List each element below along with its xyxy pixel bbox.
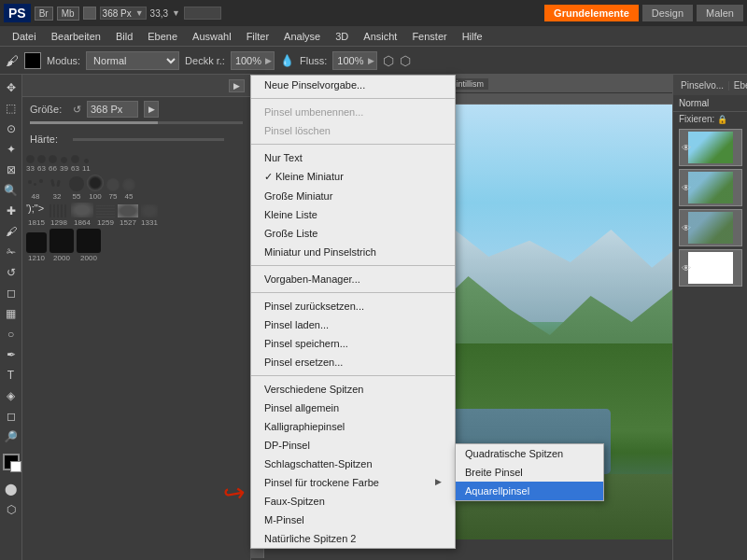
menu-fenster[interactable]: Fenster <box>405 29 453 44</box>
rename-brush-btn[interactable]: Pinsel umbenennen... <box>251 103 455 121</box>
brush-item[interactable]: 66 <box>49 155 57 173</box>
color-swatch[interactable] <box>24 52 41 69</box>
delete-brush-btn[interactable]: Pinsel löschen <box>251 121 455 140</box>
foreground-color[interactable] <box>3 454 20 470</box>
brush-item[interactable]: 2000 <box>49 229 74 262</box>
move-tool[interactable]: ✥ <box>2 78 21 97</box>
brush-item[interactable]: 1259 <box>96 204 115 227</box>
history-brush[interactable]: ↺ <box>2 263 21 282</box>
tablet-icon[interactable]: ⬡ <box>383 53 394 68</box>
tablet-icon2[interactable]: ⬡ <box>400 53 411 68</box>
ersetzen-btn[interactable]: Pinsel ersetzen... <box>251 353 455 371</box>
clone-tool[interactable]: ✁ <box>2 243 21 261</box>
malen-btn[interactable]: Malen <box>697 5 743 21</box>
modus-select[interactable]: Normal <box>86 51 179 70</box>
brush-tool[interactable]: 🖌 <box>2 222 21 241</box>
brush-item[interactable]: 1210 <box>26 232 47 262</box>
natuerliche2-btn[interactable]: Natürliche Spitzen 2 <box>251 529 455 548</box>
menu-bild[interactable]: Bild <box>109 29 139 44</box>
nur-text-btn[interactable]: Nur Text <box>251 148 455 167</box>
miniatur-btn[interactable]: Miniatur und Pinselstrich <box>251 243 455 261</box>
menu-hilfe[interactable]: Hilfe <box>456 29 489 44</box>
size-arrow-btn[interactable]: ▶ <box>144 101 159 118</box>
grosse-liste-btn[interactable]: Große Liste <box>251 224 455 243</box>
path-tool[interactable]: ◈ <box>2 386 21 405</box>
zoom-tool[interactable]: 🔎 <box>2 427 21 446</box>
brush-panel-menu-btn[interactable]: ▶ <box>229 79 245 92</box>
laden-btn[interactable]: Pinsel laden... <box>251 315 455 334</box>
new-preset-btn[interactable]: Neue Pinselvorgabe... <box>251 76 455 94</box>
heal-tool[interactable]: ✚ <box>2 202 21 220</box>
kleine-liste-btn[interactable]: Kleine Liste <box>251 205 455 224</box>
eye-icon[interactable]: 👁 <box>682 263 691 273</box>
brush-item[interactable]: 63 <box>37 155 46 173</box>
kleine-miniatur-btn[interactable]: Kleine Miniatur <box>251 167 455 187</box>
lasso-tool[interactable]: ⊙ <box>2 119 21 138</box>
kalligraphie-btn[interactable]: Kalligraphiepinsel <box>251 417 455 436</box>
faux-btn[interactable]: Faux-Spitzen <box>251 492 455 511</box>
grundelemente-btn[interactable]: Grundelemente <box>544 5 639 21</box>
menu-datei[interactable]: Datei <box>6 29 43 44</box>
brush-item[interactable]: 63 <box>71 155 79 173</box>
schlagschatten-btn[interactable]: Schlagschatten-Spitzen <box>251 455 455 473</box>
size-input[interactable] <box>87 101 138 118</box>
speichern-btn[interactable]: Pinsel speichern... <box>251 334 455 353</box>
brush-item[interactable]: 55 <box>69 176 84 201</box>
brush-item[interactable]: 1331 <box>141 204 158 227</box>
zuruecksetzen-btn[interactable]: Pinsel zurücksetzen... <box>251 297 455 315</box>
menu-bearbeiten[interactable]: Bearbeiten <box>45 29 107 44</box>
brush-item[interactable]: 75 <box>106 178 120 201</box>
brush-item[interactable]: 33 <box>26 155 35 173</box>
grosse-miniatur-btn[interactable]: Große Miniatur <box>251 187 455 205</box>
vorgaben-btn[interactable]: Vorgaben-Manager... <box>251 270 455 288</box>
brush-item[interactable]: 1298 <box>49 204 68 227</box>
brush-item[interactable]: 48 <box>26 178 45 201</box>
trockene-btn[interactable]: Pinsel für trockene Farbe <box>251 473 455 492</box>
quadratische-btn[interactable]: Quadratische Spitzen <box>456 444 603 463</box>
background-color[interactable] <box>10 461 21 472</box>
view-icon[interactable] <box>184 7 221 20</box>
brush-item[interactable]: 1527 <box>118 204 138 227</box>
design-btn[interactable]: Design <box>642 5 693 21</box>
layer-thumb-4[interactable]: 👁 <box>679 249 742 287</box>
size-dropdown[interactable]: 368 Px ▼ <box>100 7 147 20</box>
dp-pinsel-btn[interactable]: DP-Pinsel <box>251 436 455 455</box>
eraser-tool[interactable]: ◻ <box>2 284 21 302</box>
airbrush-icon[interactable]: 💧 <box>280 54 294 67</box>
layer-thumb-1[interactable]: 👁 <box>679 129 742 166</box>
brush-item[interactable]: 2000 <box>77 229 101 262</box>
brush-item[interactable]: 45 <box>122 178 135 201</box>
m-pinsel-btn[interactable]: M-Pinsel <box>251 511 455 529</box>
breite-pinsel-btn[interactable]: Breite Pinsel <box>456 463 603 482</box>
marquee-tool[interactable]: ⬚ <box>2 99 21 118</box>
size-slider[interactable] <box>30 121 243 124</box>
aquarellpinsel-btn[interactable]: Aquarellpinsel <box>456 482 603 500</box>
bridge-btn[interactable]: Br <box>35 7 53 21</box>
lock-icon[interactable]: 🔒 <box>717 115 727 124</box>
brush-item[interactable]: 100 <box>87 175 104 201</box>
eyedropper-tool[interactable]: 🔍 <box>2 181 21 200</box>
layer-thumb-3[interactable]: 👁 <box>679 209 742 246</box>
menu-3d[interactable]: 3D <box>329 29 355 44</box>
dodge-tool[interactable]: ○ <box>2 325 21 343</box>
eye-icon[interactable]: 👁 <box>682 143 691 153</box>
crop-tool[interactable]: ⊠ <box>2 161 21 179</box>
verschiedene-btn[interactable]: Verschiedene Spitzen <box>251 380 455 399</box>
pinselvorgaben-tab[interactable]: Pinselvo... <box>677 80 727 91</box>
menu-ansicht[interactable]: Ansicht <box>357 29 403 44</box>
allgemein-btn[interactable]: Pinsel allgemein <box>251 399 455 417</box>
brush-item[interactable]: 1864 <box>71 203 93 227</box>
brush-item[interactable]: ');"> 1815 <box>26 203 47 227</box>
hardness-slider[interactable] <box>73 138 224 141</box>
brush-item[interactable]: 32 <box>48 178 66 201</box>
brush-item[interactable]: 11 <box>82 159 91 173</box>
size-reset-icon[interactable]: ↺ <box>73 104 81 116</box>
mask-mode-btn[interactable]: ⬤ <box>2 480 21 498</box>
brush-item[interactable]: 39 <box>60 157 68 173</box>
text-tool[interactable]: T <box>2 366 21 385</box>
layer-thumb-2[interactable]: 👁 <box>679 169 742 206</box>
gradient-tool[interactable]: ▦ <box>2 304 21 323</box>
menu-auswahl[interactable]: Auswahl <box>186 29 238 44</box>
menu-filter[interactable]: Filter <box>240 29 275 44</box>
ebenen-tab[interactable]: Ebe... <box>730 80 747 91</box>
